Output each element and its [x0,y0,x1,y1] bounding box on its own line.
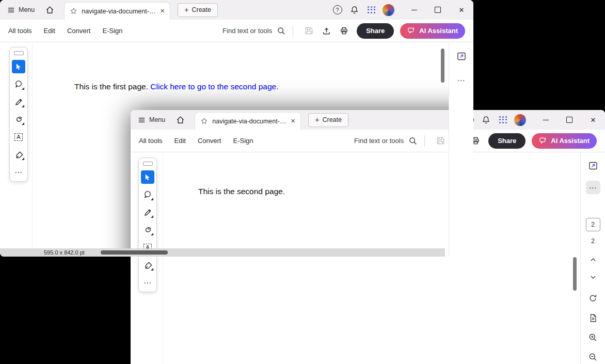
more-tools-button[interactable]: ⋯ [141,276,154,289]
ai-assistant-button[interactable]: AI Assistant [400,23,465,39]
add-text-tool-button[interactable]: A [12,130,25,144]
tab-title: navigate-via-document-l... [82,8,156,15]
create-tab-button[interactable]: + Create [308,113,348,127]
maximize-icon [566,117,572,123]
maximize-button[interactable] [426,0,450,20]
menu-esign[interactable]: E-Sign [233,137,253,145]
horizontal-scrollbar-thumb[interactable] [101,250,168,255]
sidebar-drag-handle[interactable] [143,162,153,166]
right-panel: ⋯ [449,42,473,257]
account-button[interactable] [512,110,529,130]
notifications-button[interactable] [477,110,495,130]
side-panel-button[interactable] [586,159,600,172]
comment-tool-button[interactable] [141,188,154,201]
side-panel-button[interactable] [454,49,469,64]
star-icon[interactable] [200,117,208,125]
menu-edit[interactable]: Edit [174,137,186,145]
rotate-view-button[interactable] [586,291,600,305]
apps-grid-button[interactable] [495,110,512,130]
avatar [383,4,394,16]
panel-more-button[interactable]: ⋯ [586,181,600,194]
upload-cloud-button[interactable] [317,22,335,40]
home-button[interactable] [45,5,55,15]
close-window-button[interactable]: ✕ [450,0,473,20]
titlebar[interactable]: Menu navigate-via-document-l... ✕ + Crea… [0,0,473,20]
tab-close-icon[interactable]: ✕ [160,8,165,14]
print-button[interactable] [335,22,353,40]
tab-close-icon[interactable]: ✕ [291,118,295,124]
menu-esign[interactable]: E-Sign [102,27,122,35]
vertical-scrollbar-thumb[interactable] [441,49,444,83]
minimize-button[interactable] [534,110,558,130]
fill-sign-tool-button[interactable] [141,258,154,272]
titlebar[interactable]: Menu navigate-via-document-l... ✕ + Crea… [131,110,605,130]
menu-all-tools[interactable]: All tools [8,27,32,35]
create-label: Create [322,116,342,123]
minimize-button[interactable] [402,0,426,20]
document-tab[interactable]: navigate-via-document-l... ✕ [64,2,170,20]
page-number-input[interactable]: 2 [586,218,600,231]
share-label: Share [498,137,516,145]
more-tools-button[interactable]: ⋯ [12,165,25,179]
apps-grid-button[interactable] [363,0,380,20]
apps-grid-icon [499,116,507,124]
avatar [514,114,526,126]
panel-more-button[interactable]: ⋯ [454,73,469,87]
vertical-scrollbar-thumb[interactable] [573,257,577,291]
document-tab[interactable]: navigate-via-document-l... ✕ [195,112,301,130]
create-tab-button[interactable]: + Create [178,3,218,17]
home-button[interactable] [176,115,185,125]
lasso-tool-button[interactable] [12,113,25,126]
pencil-tool-button[interactable] [141,205,154,219]
hamburger-icon [138,116,146,124]
share-button[interactable]: Share [488,133,526,149]
pencil-tool-button[interactable] [12,95,25,108]
maximize-icon [435,7,441,13]
menu-convert[interactable]: Convert [198,137,221,145]
help-button[interactable]: ? [329,0,346,20]
search-button[interactable]: Find text or tools [222,26,286,36]
page-link[interactable]: Click here to go to the second page. [150,82,278,91]
acrobat-window-second: Menu navigate-via-document-l... ✕ + Crea… [131,110,605,364]
close-window-button[interactable]: ✕ [581,110,605,130]
page-size-label: 595.0 x 842.0 pt [44,249,85,256]
zoom-in-button[interactable] [586,331,600,344]
app-toolbar: All tools Edit Convert E-Sign Find text … [131,130,605,152]
maximize-button[interactable] [558,110,581,130]
menu-convert[interactable]: Convert [67,27,91,35]
page-text: This is the first page. [74,82,150,91]
star-icon[interactable] [70,7,77,15]
ai-assistant-button[interactable]: AI Assistant [532,133,597,149]
hamburger-icon [7,6,15,14]
share-button[interactable]: Share [357,23,394,39]
save-button[interactable] [300,22,317,40]
page-total-label: 2 [591,238,595,245]
menu-edit[interactable]: Edit [44,27,55,35]
lasso-tool-button[interactable] [141,223,154,236]
select-tool-button[interactable] [141,170,154,184]
chevron-down-icon [588,273,598,282]
menu-label: Menu [19,6,35,13]
account-button[interactable] [380,0,397,20]
zoom-out-button[interactable] [586,351,600,364]
menu-button[interactable]: Menu [7,6,35,14]
notifications-button[interactable] [346,0,363,20]
more-tools-icon: ⋯ [14,168,23,176]
document-text-line: This is the first page. Click here to go… [74,82,278,91]
home-icon [45,5,55,15]
app-toolbar: All tools Edit Convert E-Sign Find text … [0,20,473,42]
menu-all-tools[interactable]: All tools [139,137,163,145]
select-tool-button[interactable] [12,60,25,73]
save-button[interactable] [432,132,449,150]
menu-button[interactable]: Menu [138,116,165,124]
comment-tool-button[interactable] [12,77,25,91]
fill-sign-tool-button[interactable] [12,148,25,161]
sidebar-drag-handle[interactable] [14,51,24,55]
tab-title: navigate-via-document-l... [212,118,286,125]
ai-sparkle-icon [539,137,547,145]
search-button[interactable]: Find text or tools [354,136,418,146]
page-view-button[interactable] [586,311,600,324]
pencil-icon [144,208,152,217]
previous-page-button[interactable] [586,253,600,266]
next-page-button[interactable] [586,271,600,284]
